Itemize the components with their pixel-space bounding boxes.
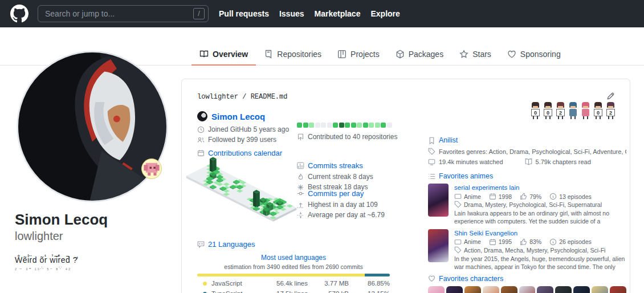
anime-score: 83%: [520, 238, 541, 246]
anilist-title: Anilist: [439, 136, 458, 144]
character-avatar[interactable]: [555, 286, 572, 293]
most-used-languages-title[interactable]: Most used languages: [197, 254, 390, 262]
pixel-character: 0: [593, 102, 604, 119]
pixel-character: [568, 102, 578, 119]
javascript-percent: 86.85%: [349, 280, 390, 287]
character-avatar[interactable]: [428, 286, 445, 293]
character-avatar[interactable]: [537, 286, 553, 293]
contributions-calendar-label: Contributions calendar: [208, 149, 282, 157]
project-icon: [337, 50, 347, 59]
favorites-characters-title: Favorites characters: [439, 275, 503, 283]
nav-marketplace[interactable]: Marketplace: [315, 9, 361, 18]
average-icon: [297, 211, 304, 219]
anime-episodes: 13 episodes: [549, 193, 592, 201]
anime-cover-lain[interactable]: [428, 184, 449, 217]
average-day-text: Average per day at ~6.79: [308, 211, 385, 219]
flame-icon: [297, 173, 304, 181]
profile-identity: Simon Lecoq lowlighter W̐ẽi̓r̈d õr̒ w̾i̅…: [15, 211, 177, 271]
profile-bio: W̐ẽi̓r̈d õr̒ w̾i̅r̽ed̚ ?̓: [15, 255, 177, 264]
anilist-header[interactable]: Anilist: [428, 136, 626, 144]
slash-key-hint: /: [193, 8, 205, 19]
profile-avatar[interactable]: [16, 50, 169, 203]
search-input[interactable]: [38, 5, 209, 22]
commits-streaks-header[interactable]: Commits streaks: [297, 161, 373, 170]
tab-stars[interactable]: Stars: [451, 43, 499, 66]
nav-pull-requests[interactable]: Pull requests: [219, 9, 269, 18]
tag-icon: [454, 201, 462, 208]
anime-cover-evangelion[interactable]: [428, 229, 449, 262]
typescript-percent: 13.15%: [349, 290, 390, 293]
anime-genres: Drama, Mystery, Psychological, Sci-Fi, S…: [454, 201, 626, 209]
readme-owner: lowlighter: [197, 93, 238, 101]
tab-sponsoring[interactable]: Sponsoring: [499, 43, 569, 66]
nav-explore[interactable]: Explore: [370, 9, 400, 18]
metrics-user-name[interactable]: Simon Lecoq: [211, 112, 265, 121]
thumbs-up-icon: [520, 193, 527, 200]
commits-per-day-label: Commits per day: [308, 189, 364, 198]
anime-genres: Action, Drama, Mecha, Mystery, Psycholog…: [454, 246, 626, 254]
highest-day-row: Highest in a day at 109: [297, 201, 385, 209]
header-nav: Pull requests Issues Marketplace Explore: [219, 9, 400, 18]
language-row-typescript: TypeScript 17.5k lines 570 kB 13.15%: [197, 290, 390, 293]
anime-entry-lain: serial experiments lain Anime 1998 79% 1…: [428, 184, 626, 225]
anime-title-evangelion[interactable]: Shin Seiki Evangelion: [454, 229, 626, 238]
character-avatar[interactable]: [592, 286, 608, 293]
character-avatar[interactable]: [610, 286, 626, 293]
tab-repositories[interactable]: Repositories: [256, 43, 329, 66]
contribution-square: [339, 123, 344, 128]
tab-projects[interactable]: Projects: [329, 43, 388, 66]
character-avatar[interactable]: [519, 286, 536, 293]
pencil-icon[interactable]: [606, 92, 615, 100]
readme-path[interactable]: lowlighter / README.md: [197, 93, 287, 101]
character-avatar[interactable]: [501, 286, 517, 293]
header-search: /: [38, 5, 209, 22]
pixel-character: 2: [555, 102, 566, 119]
character-avatar[interactable]: [573, 286, 590, 293]
favorites-animes-title: Favorites animes: [439, 172, 493, 180]
readme-filename: README.md: [251, 93, 288, 101]
github-logo-icon[interactable]: [10, 5, 28, 23]
comment-code-icon: [197, 241, 205, 248]
nav-issues[interactable]: Issues: [279, 9, 304, 18]
contributions-block: Contributed to 40 repositories: [297, 123, 397, 141]
profile-name: Simon Lecoq: [15, 211, 177, 229]
status-badge[interactable]: [141, 158, 162, 179]
anime-entry-evangelion: Shin Seiki Evangelion Anime 1995 83% 26 …: [428, 229, 626, 270]
tab-overview[interactable]: Overview: [191, 43, 256, 66]
profile-bio-glyphs: ₂→ ₃₌ ₁₀∴ ₅₋ ₈∵ ₄₂: [15, 266, 177, 271]
tab-repositories-label: Repositories: [277, 50, 321, 59]
contribution-square: [357, 123, 362, 128]
anime-description: In the year 2015, the Angels, huge, trem…: [454, 255, 626, 270]
contribution-square: [375, 123, 380, 128]
chapters-read: 5.79k chapters read: [525, 158, 591, 165]
pixel-character: 2: [605, 102, 616, 119]
character-avatar[interactable]: [446, 286, 463, 293]
tv-icon: [454, 238, 462, 246]
star-icon: [459, 50, 468, 59]
tab-sponsoring-label: Sponsoring: [520, 50, 561, 59]
commits-per-day-header[interactable]: Commits per day: [297, 189, 385, 198]
tab-packages[interactable]: Packages: [388, 43, 451, 66]
metrics-user-block: Simon Lecoq Joined GitHub 5 years ago Fo…: [197, 111, 289, 144]
readme-card: lowlighter / README.md Simon Lecoq Joine…: [181, 79, 630, 293]
commits-streaks-block: Commits streaks Current streak 8 days Be…: [297, 161, 373, 193]
contribution-square: [363, 123, 368, 128]
contribution-squares: [297, 123, 397, 128]
open-book-icon: [525, 158, 532, 165]
commits-per-day-block: Commits per day Highest in a day at 109 …: [297, 189, 385, 221]
tab-packages-label: Packages: [409, 50, 443, 59]
character-avatar[interactable]: [483, 286, 499, 293]
anime-title-lain[interactable]: serial experiments lain: [454, 184, 626, 193]
favorites-animes-header[interactable]: Favorites animes: [428, 172, 626, 180]
favorites-characters-header[interactable]: Favorites characters: [428, 275, 626, 283]
github-profile-page: / Pull requests Issues Marketplace Explo…: [0, 0, 644, 293]
anime-year: 1998: [489, 193, 512, 201]
clock-icon: [197, 126, 205, 133]
contributions-calendar-link[interactable]: Contributions calendar: [197, 149, 282, 157]
heart-icon: [428, 275, 435, 282]
anime-episodes: 26 episodes: [549, 238, 592, 246]
languages-header[interactable]: 21 Languages: [197, 240, 390, 249]
character-avatar[interactable]: [464, 286, 481, 293]
tab-stars-label: Stars: [472, 50, 491, 59]
anime-score: 79%: [520, 193, 541, 201]
